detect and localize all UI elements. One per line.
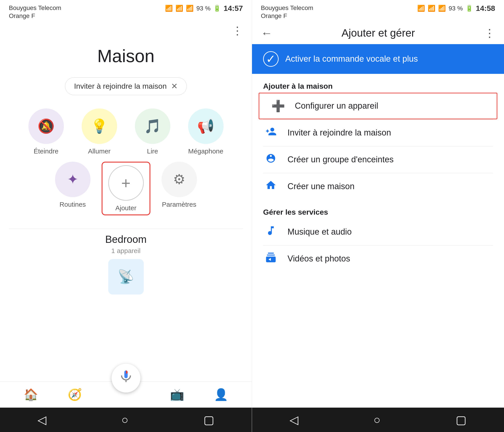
- right-phone: Bouygues TelecomOrange F 📶 📶 📶 93 % 🔋 14…: [252, 0, 504, 432]
- configurer-text: Configurer un appareil: [295, 101, 378, 111]
- back-button[interactable]: ←: [261, 26, 272, 40]
- action-lire[interactable]: 🎵 Lire: [128, 108, 177, 155]
- lire-icon: 🎵: [144, 118, 161, 134]
- right-sys-recents[interactable]: ▢: [456, 413, 467, 426]
- bottom-area: 🏠 🧭 📺 👤: [0, 381, 252, 408]
- nav-explore[interactable]: 🧭: [68, 388, 82, 401]
- invite-pill-text: Inviter à rejoindre la maison: [74, 82, 167, 90]
- room-sub: 1 appareil: [9, 247, 243, 255]
- ajouter-label: Ajouter: [115, 204, 136, 212]
- action-megaphone[interactable]: 📢 Mégaphone: [181, 108, 230, 155]
- left-status-bar: Bouygues TelecomOrange F 📶 📶 📶 93 % 🔋 14…: [0, 0, 252, 22]
- groupe-icon: [263, 153, 279, 167]
- more-button[interactable]: ⋮: [232, 24, 243, 37]
- wifi-icon: 📶: [175, 5, 183, 12]
- lire-circle: 🎵: [135, 108, 170, 144]
- megaphone-icon: 📢: [197, 118, 214, 134]
- section-gerer: Gérer les services: [252, 200, 504, 219]
- lire-label: Lire: [147, 148, 158, 155]
- device-row: 📡: [9, 259, 243, 294]
- left-carrier: Bouygues TelecomOrange F: [9, 4, 61, 20]
- app-title: Maison: [97, 46, 155, 66]
- megaphone-circle: 📢: [188, 108, 224, 144]
- ajouter-circle: +: [108, 165, 144, 201]
- routines-label: Routines: [59, 201, 86, 208]
- action-allumer[interactable]: 💡 Allumer: [75, 108, 124, 155]
- sim-icon: 📶: [165, 5, 173, 12]
- right-wifi-icon: 📶: [428, 5, 435, 12]
- eteindre-icon: 🔕: [37, 118, 54, 134]
- allumer-icon: 💡: [91, 118, 108, 134]
- left-main-content: Maison Inviter à rejoindre la maison ✕ 🔕…: [0, 39, 252, 381]
- right-sim-icon: 📶: [417, 5, 425, 12]
- right-battery-pct: 93 %: [449, 5, 463, 12]
- ajouter-icon: +: [121, 174, 130, 192]
- nav-home[interactable]: 🏠: [24, 388, 38, 401]
- right-time: 14:58: [476, 4, 495, 13]
- invite-pill[interactable]: Inviter à rejoindre la maison ✕: [65, 77, 187, 95]
- parametres-circle: ⚙: [162, 162, 197, 197]
- musique-icon: [263, 225, 279, 239]
- battery-icon: 🔋: [213, 5, 221, 12]
- left-phone: Bouygues TelecomOrange F 📶 📶 📶 93 % 🔋 14…: [0, 0, 252, 432]
- right-more-button[interactable]: ⋮: [484, 26, 495, 39]
- right-sys-back[interactable]: ◁: [289, 413, 298, 426]
- maison-text: Créer une maison: [288, 182, 354, 191]
- right-battery-icon: 🔋: [465, 5, 473, 12]
- musique-text: Musique et audio: [288, 227, 351, 237]
- voice-command-banner[interactable]: ✓ Activer la commande vocale et plus: [252, 44, 504, 74]
- left-time: 14:57: [224, 4, 243, 13]
- groupe-text: Créer un groupe d'enceintes: [288, 155, 394, 164]
- sys-home[interactable]: ○: [121, 413, 128, 426]
- parametres-label: Paramètres: [162, 201, 196, 208]
- menu-musique[interactable]: Musique et audio: [252, 219, 504, 245]
- room-section: Bedroom 1 appareil: [9, 233, 243, 255]
- signal-icon: 📶: [186, 5, 194, 12]
- menu-configurer[interactable]: ➕ Configurer un appareil: [259, 93, 497, 119]
- megaphone-label: Mégaphone: [188, 148, 223, 155]
- fab-wrapper: [112, 364, 140, 393]
- main-divider: [9, 229, 243, 229]
- left-system-bar: ◁ ○ ▢: [0, 408, 252, 432]
- right-system-bar: ◁ ○ ▢: [252, 408, 504, 432]
- device-card-wifi[interactable]: 📡: [108, 259, 144, 294]
- menu-videos[interactable]: Vidéos et photos: [252, 246, 504, 272]
- device-wifi-icon: 📡: [117, 269, 134, 284]
- nav-cast[interactable]: 📺: [170, 388, 184, 401]
- inviter-icon: [263, 126, 279, 140]
- right-main-content: ✓ Activer la commande vocale et plus Ajo…: [252, 44, 504, 408]
- section-ajouter: Ajouter à la maison: [252, 74, 504, 93]
- nav-account[interactable]: 👤: [214, 388, 228, 401]
- maison-icon: [263, 179, 279, 194]
- right-sys-home[interactable]: ○: [374, 413, 380, 426]
- right-status-icons: 📶 📶 📶 93 % 🔋 14:58: [417, 4, 495, 13]
- right-status-bar: Bouygues TelecomOrange F 📶 📶 📶 93 % 🔋 14…: [252, 0, 504, 22]
- left-status-icons: 📶 📶 📶 93 % 🔋 14:57: [165, 4, 243, 13]
- inviter-text: Inviter à rejoindre la maison: [288, 128, 391, 138]
- fab-button[interactable]: [112, 364, 140, 393]
- menu-groupe[interactable]: Créer un groupe d'enceintes: [252, 146, 504, 173]
- right-carrier: Bouygues TelecomOrange F: [261, 4, 313, 20]
- allumer-circle: 💡: [82, 108, 117, 144]
- sys-recents[interactable]: ▢: [203, 413, 214, 426]
- action-ajouter[interactable]: + Ajouter: [102, 162, 150, 215]
- routines-circle: ✦: [55, 162, 90, 197]
- invite-pill-close[interactable]: ✕: [171, 82, 178, 91]
- eteindre-label: Éteindre: [34, 148, 59, 155]
- sys-back[interactable]: ◁: [37, 413, 46, 426]
- action-routines[interactable]: ✦ Routines: [48, 162, 97, 215]
- menu-maison[interactable]: Créer une maison: [252, 173, 504, 200]
- right-signal-icon: 📶: [438, 5, 446, 12]
- eteindre-circle: 🔕: [28, 108, 64, 144]
- videos-text: Vidéos et photos: [288, 254, 350, 264]
- routines-icon: ✦: [67, 171, 79, 187]
- room-name: Bedroom: [9, 233, 243, 245]
- allumer-label: Allumer: [88, 148, 111, 155]
- action-eteindre[interactable]: 🔕 Éteindre: [22, 108, 71, 155]
- action-parametres[interactable]: ⚙ Paramètres: [155, 162, 204, 215]
- left-top-bar: ⋮: [0, 22, 252, 39]
- menu-inviter[interactable]: Inviter à rejoindre la maison: [252, 120, 504, 146]
- battery-pct: 93 %: [196, 5, 210, 12]
- videos-icon: [263, 252, 279, 266]
- action-grid: 🔕 Éteindre 💡 Allumer 🎵 Lire: [9, 108, 243, 215]
